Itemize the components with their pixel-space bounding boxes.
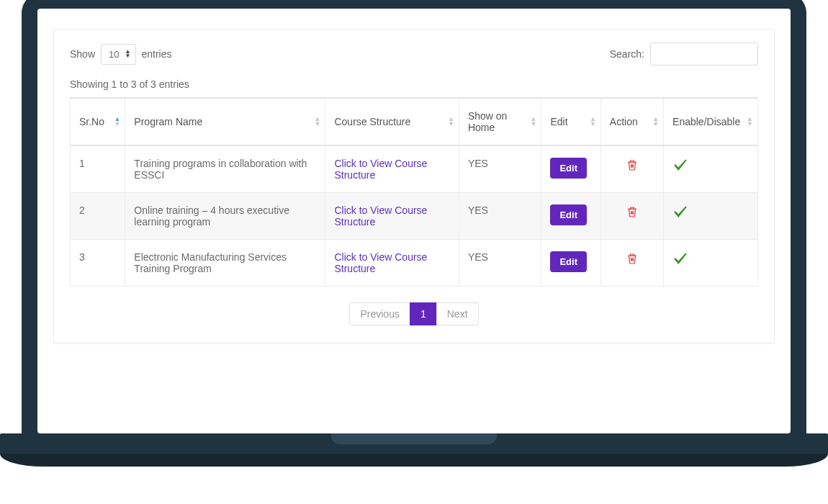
cell-action xyxy=(600,240,663,287)
entries-info-text: Showing 1 to 3 of 3 entries xyxy=(70,78,758,90)
cell-srno: 1 xyxy=(71,145,125,193)
screen-content: Show 10 ▲▼ entries Search: xyxy=(37,9,791,433)
pagination-page-1-button[interactable]: 1 xyxy=(410,302,437,325)
select-arrows-icon: ▲▼ xyxy=(125,50,131,58)
view-course-structure-link[interactable]: Click to View Course Structure xyxy=(334,251,427,274)
sort-icon: ▲▼ xyxy=(530,117,536,127)
datatable-top-controls: Show 10 ▲▼ entries Search: xyxy=(70,42,758,66)
column-header-program-name[interactable]: Program Name ▲▼ xyxy=(125,98,325,145)
enabled-check-icon[interactable] xyxy=(672,258,688,269)
cell-show-on-home: YES xyxy=(459,240,541,287)
cell-srno: 2 xyxy=(71,193,125,240)
sort-icon: ▲▼ xyxy=(590,117,596,127)
view-course-structure-link[interactable]: Click to View Course Structure xyxy=(334,158,427,181)
table-row: 1 Training programs in collaboration wit… xyxy=(71,145,758,193)
entries-length-value: 10 xyxy=(109,49,119,60)
programs-table: Sr.No ▲▼ Program Name ▲▼ Course Structur… xyxy=(70,97,758,287)
search-label: Search: xyxy=(610,48,644,60)
sort-icon: ▲▼ xyxy=(315,117,321,127)
sort-icon: ▲▼ xyxy=(448,117,454,127)
laptop-screen-bezel: Show 10 ▲▼ entries Search: xyxy=(22,0,806,433)
cell-edit: Edit xyxy=(541,240,600,287)
entries-length-control: Show 10 ▲▼ entries xyxy=(70,44,172,65)
cell-course-structure: Click to View Course Structure xyxy=(325,145,459,193)
column-header-action[interactable]: Action ▲▼ xyxy=(600,98,663,145)
column-header-edit[interactable]: Edit ▲▼ xyxy=(541,98,600,145)
enabled-check-icon[interactable] xyxy=(672,164,688,176)
column-header-course-structure[interactable]: Course Structure ▲▼ xyxy=(325,98,459,145)
cell-course-structure: Click to View Course Structure xyxy=(325,240,459,287)
pagination-previous-button[interactable]: Previous xyxy=(349,302,410,325)
delete-icon[interactable] xyxy=(626,210,639,221)
cell-enable-disable xyxy=(664,145,758,193)
cell-edit: Edit xyxy=(541,193,600,240)
entries-prefix-label: Show xyxy=(70,48,95,60)
cell-program-name: Electronic Manufacturing Services Traini… xyxy=(125,240,325,287)
cell-enable-disable xyxy=(664,240,758,287)
view-course-structure-link[interactable]: Click to View Course Structure xyxy=(334,204,427,228)
entries-length-select[interactable]: 10 ▲▼ xyxy=(101,44,135,65)
search-control: Search: xyxy=(610,42,758,66)
sort-icon: ▲▼ xyxy=(747,117,753,127)
search-input[interactable] xyxy=(650,42,758,66)
delete-icon[interactable] xyxy=(626,163,639,174)
cell-enable-disable xyxy=(664,193,758,240)
pagination: Previous 1 Next xyxy=(70,302,758,325)
cell-show-on-home: YES xyxy=(459,145,541,193)
delete-icon[interactable] xyxy=(626,256,639,268)
cell-action xyxy=(600,145,663,193)
cell-action xyxy=(600,193,663,240)
table-row: 3 Electronic Manufacturing Services Trai… xyxy=(71,240,758,287)
cell-edit: Edit xyxy=(541,145,600,193)
pagination-next-button[interactable]: Next xyxy=(436,302,479,325)
cell-program-name: Training programs in collaboration with … xyxy=(125,145,325,193)
edit-button[interactable]: Edit xyxy=(550,251,587,272)
datatable-card: Show 10 ▲▼ entries Search: xyxy=(53,29,775,343)
entries-suffix-label: entries xyxy=(142,48,172,60)
enabled-check-icon[interactable] xyxy=(672,211,688,222)
laptop-mockup: Show 10 ▲▼ entries Search: xyxy=(22,0,806,433)
edit-button[interactable]: Edit xyxy=(550,204,587,225)
cell-srno: 3 xyxy=(71,240,125,287)
cell-course-structure: Click to View Course Structure xyxy=(325,193,459,240)
edit-button[interactable]: Edit xyxy=(550,158,587,179)
sort-icon: ▲▼ xyxy=(114,117,120,127)
cell-show-on-home: YES xyxy=(459,193,541,240)
table-row: 2 Online training – 4 hours executive le… xyxy=(71,193,758,240)
cell-program-name: Online training – 4 hours executive lear… xyxy=(125,193,325,240)
sort-icon: ▲▼ xyxy=(652,117,659,127)
column-header-srno[interactable]: Sr.No ▲▼ xyxy=(71,98,125,145)
column-header-show-on-home[interactable]: Show on Home ▲▼ xyxy=(459,98,541,145)
column-header-enable-disable[interactable]: Enable/Disable ▲▼ xyxy=(664,98,758,145)
